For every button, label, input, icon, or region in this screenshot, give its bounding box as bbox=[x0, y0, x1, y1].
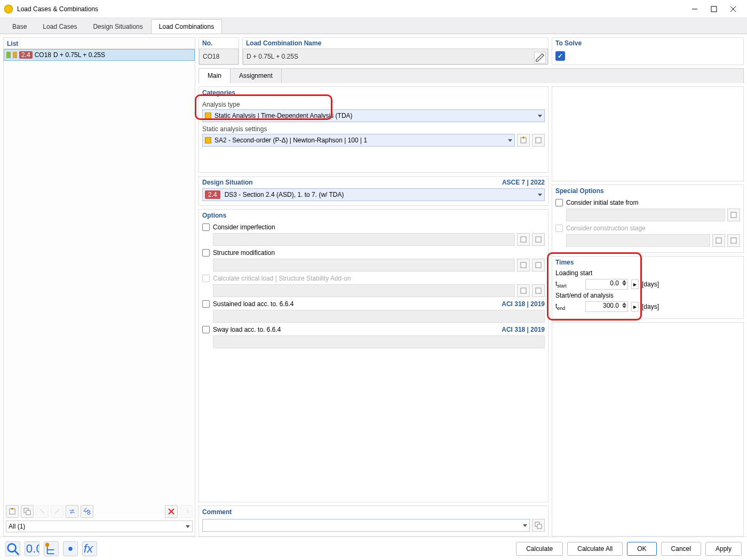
analysis-type-color-icon bbox=[205, 113, 211, 119]
analysis-type-select[interactable]: Static Analysis | Time-Dependent Analysi… bbox=[202, 109, 545, 122]
construction-stage-select bbox=[566, 234, 710, 247]
design-situation-header: Design Situation bbox=[202, 179, 253, 186]
svg-point-30 bbox=[8, 543, 16, 551]
solve-checkbox[interactable]: ✓ bbox=[555, 51, 565, 61]
color-swatch-green-icon bbox=[6, 52, 11, 58]
structuremod-checkbox[interactable] bbox=[202, 249, 210, 257]
svg-rect-19 bbox=[521, 237, 526, 242]
tab-load-cases[interactable]: Load Cases bbox=[35, 19, 85, 34]
close-button[interactable] bbox=[724, 2, 743, 17]
list-toolbar: 28 bbox=[4, 503, 195, 519]
calculate-button[interactable]: Calculate bbox=[516, 542, 563, 556]
sas-edit-button[interactable] bbox=[532, 134, 545, 147]
options-group: Options Consider imperfection Structure … bbox=[198, 209, 549, 502]
minimize-button[interactable] bbox=[685, 2, 704, 17]
svg-text:8: 8 bbox=[87, 509, 91, 515]
svg-rect-21 bbox=[521, 262, 526, 268]
maximize-button[interactable] bbox=[704, 2, 724, 17]
sway-label: Sway load acc. to. 6.6.4 bbox=[213, 326, 498, 333]
list-header: List bbox=[4, 38, 195, 49]
sway-checkbox[interactable] bbox=[202, 326, 210, 333]
comment-copy-button[interactable] bbox=[532, 519, 545, 532]
chevron-down-icon bbox=[186, 525, 190, 528]
construction-stage-edit-button[interactable] bbox=[727, 234, 740, 247]
copy-button[interactable] bbox=[21, 505, 34, 518]
special-options-group: Special Options Consider initial state f… bbox=[552, 185, 744, 253]
design-situation-select[interactable]: 2.4 DS3 - Section 2.4 (ASD), 1. to 7. (w… bbox=[202, 188, 545, 201]
calculate-all-button[interactable]: Calculate All bbox=[567, 542, 623, 556]
sustained-checkbox[interactable] bbox=[202, 300, 210, 308]
critical-label: Calculate critical load | Structure Stab… bbox=[213, 275, 545, 282]
renumber-button[interactable]: 28 bbox=[81, 505, 93, 518]
name-field[interactable]: D + 0.75L + 0.25S bbox=[243, 49, 548, 65]
svg-rect-18 bbox=[536, 138, 541, 143]
svg-point-37 bbox=[68, 547, 72, 550]
critical-checkbox bbox=[202, 275, 210, 282]
sas-new-button[interactable] bbox=[517, 134, 530, 147]
edit-name-button[interactable] bbox=[534, 52, 546, 63]
tend-arrow-button[interactable]: ▸ bbox=[631, 302, 639, 311]
special-header: Special Options bbox=[553, 186, 742, 196]
tab-design-situations[interactable]: Design Situations bbox=[85, 19, 150, 34]
units-button[interactable]: 0.0 bbox=[25, 541, 39, 556]
footer: 0.0 fx Calculate Calculate All OK Cancel… bbox=[0, 537, 747, 560]
imperfection-select bbox=[213, 233, 515, 246]
chevron-down-icon bbox=[538, 194, 542, 196]
initial-state-label: Consider initial state from bbox=[566, 199, 740, 206]
window-title: Load Cases & Combinations bbox=[17, 5, 685, 13]
imperfection-new-button[interactable] bbox=[517, 233, 530, 246]
categories-header: Categories bbox=[200, 88, 547, 98]
inner-tab-assignment[interactable]: Assignment bbox=[231, 69, 282, 83]
sas-select[interactable]: SA2 - Second-order (P-Δ) | Newton-Raphso… bbox=[202, 134, 515, 147]
ok-button[interactable]: OK bbox=[627, 542, 656, 556]
new-button[interactable] bbox=[6, 505, 19, 518]
structuremod-edit-button[interactable] bbox=[532, 259, 545, 271]
tstart-input[interactable]: 0.0 bbox=[585, 279, 628, 290]
link-down-button bbox=[36, 505, 49, 518]
critical-edit-button[interactable] bbox=[532, 284, 545, 297]
construction-stage-new-button[interactable] bbox=[712, 234, 725, 247]
svg-rect-22 bbox=[536, 262, 541, 268]
apply-button[interactable]: Apply bbox=[705, 542, 742, 556]
sustained-label: Sustained load acc. to. 6.6.4 bbox=[213, 300, 498, 308]
sustained-select bbox=[213, 310, 545, 323]
tstart-arrow-button[interactable]: ▸ bbox=[631, 279, 639, 289]
options-header: Options bbox=[200, 211, 547, 220]
fx-button[interactable]: fx bbox=[82, 541, 97, 556]
svg-rect-1 bbox=[711, 6, 717, 12]
structuremod-new-button[interactable] bbox=[517, 259, 530, 271]
list-item-name: D + 0.75L + 0.25S bbox=[53, 51, 105, 59]
svg-text:0.0: 0.0 bbox=[26, 542, 39, 555]
design-situation-group: Design Situation ASCE 7 | 2022 2.4 DS3 -… bbox=[198, 176, 549, 206]
no-field[interactable]: CO18 bbox=[199, 49, 239, 65]
swap-button[interactable] bbox=[66, 505, 78, 518]
tend-input[interactable]: 300.0 bbox=[585, 301, 628, 312]
list-item[interactable]: 2.4 CO18 D + 0.75L + 0.25S bbox=[4, 49, 195, 61]
times-group: Times Loading start tstart 0.0 ▸ [days] … bbox=[552, 256, 744, 319]
list-area[interactable]: 2.4 CO18 D + 0.75L + 0.25S bbox=[4, 49, 195, 503]
comment-select[interactable] bbox=[202, 519, 530, 532]
search-button[interactable] bbox=[5, 541, 20, 556]
imperfection-edit-button[interactable] bbox=[532, 233, 545, 246]
dot-button[interactable] bbox=[63, 541, 78, 556]
initial-state-edit-button[interactable] bbox=[727, 209, 740, 221]
no-label: No. bbox=[199, 38, 239, 49]
list-item-badge: 2.4 bbox=[19, 51, 33, 59]
tab-base[interactable]: Base bbox=[4, 19, 35, 34]
initial-state-checkbox[interactable] bbox=[555, 199, 563, 206]
filter-select[interactable]: All (1) bbox=[6, 521, 193, 532]
design-situation-badge: 2.4 bbox=[205, 190, 220, 199]
tab-load-combinations[interactable]: Load Combinations bbox=[151, 19, 222, 34]
times-header: Times bbox=[553, 258, 742, 267]
comment-group: Comment bbox=[198, 506, 549, 537]
critical-new-button[interactable] bbox=[517, 284, 530, 297]
link-up-button bbox=[51, 505, 63, 518]
cancel-button[interactable]: Cancel bbox=[661, 542, 701, 556]
tree-button[interactable] bbox=[44, 541, 59, 556]
delete-button[interactable] bbox=[165, 505, 178, 518]
design-situation-value: DS3 - Section 2.4 (ASD), 1. to 7. (w/ TD… bbox=[225, 191, 344, 198]
inner-tab-main[interactable]: Main bbox=[199, 69, 231, 83]
analysis-type-value: Static Analysis | Time-Dependent Analysi… bbox=[214, 112, 353, 119]
imperfection-checkbox[interactable] bbox=[202, 223, 210, 231]
svg-rect-8 bbox=[26, 510, 30, 515]
